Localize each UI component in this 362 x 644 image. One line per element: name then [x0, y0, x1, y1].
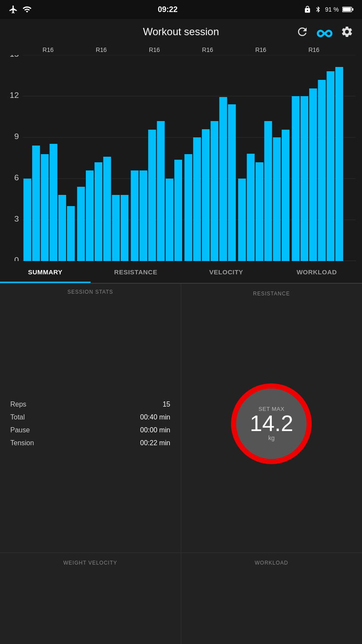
- status-time: 09:22: [158, 5, 178, 14]
- svg-rect-25: [58, 195, 66, 261]
- svg-rect-42: [210, 121, 218, 261]
- session-stats-content: Reps 15 Total 00:40 min Pause 00:00 min …: [0, 300, 181, 547]
- svg-rect-30: [103, 157, 111, 261]
- svg-rect-28: [86, 170, 94, 261]
- stat-reps-row: Reps 15: [10, 401, 170, 408]
- svg-rect-46: [247, 154, 255, 261]
- svg-rect-43: [219, 97, 227, 261]
- svg-text:12: 12: [10, 91, 19, 100]
- status-right: 91 %: [304, 6, 353, 13]
- svg-rect-34: [140, 170, 147, 261]
- chart-x-labels: R16 R16 R16 R16 R16 R16: [4, 45, 358, 55]
- svg-rect-21: [24, 179, 31, 261]
- stat-tension-label: Tension: [10, 439, 34, 447]
- svg-rect-44: [228, 104, 236, 261]
- svg-rect-56: [335, 67, 343, 261]
- svg-rect-29: [94, 162, 102, 261]
- stat-total-row: Total 00:40 min: [10, 413, 170, 421]
- status-left: [9, 5, 32, 14]
- svg-text:3: 3: [14, 215, 19, 223]
- bluetooth-icon: [315, 6, 322, 13]
- svg-text:0: 0: [14, 256, 19, 261]
- stat-pause-label: Pause: [10, 426, 30, 434]
- workload-gauge-container: SET MAX 117 kg: [188, 571, 356, 644]
- workload-cell: WORKLOAD SET MAX 117 kg: [181, 553, 362, 644]
- svg-rect-38: [174, 160, 182, 261]
- svg-rect-26: [67, 206, 75, 261]
- bar-chart: 0 3 6 9 12 15 0 3 6 9 12 15: [6, 55, 356, 261]
- infinity-icon[interactable]: [316, 25, 333, 38]
- stat-total-label: Total: [10, 413, 25, 421]
- chart-svg: 0 3 6 9 12 15 0 3 6 9 12 15: [6, 55, 356, 261]
- chart-area: R16 R16 R16 R16 R16 R16 0 3 6 9 12 15 0 …: [0, 45, 362, 261]
- stat-tension-value: 00:22 min: [140, 439, 170, 447]
- resistance-gauge-unit: kg: [268, 434, 275, 441]
- svg-rect-32: [121, 195, 128, 261]
- svg-rect-55: [327, 71, 335, 261]
- svg-rect-50: [282, 130, 289, 261]
- resistance-gauge-value: 14.2: [250, 412, 293, 434]
- status-bar: 09:22 91 %: [0, 0, 362, 19]
- svg-rect-33: [131, 170, 139, 261]
- main-content: SESSION STATS Reps 15 Total 00:40 min Pa…: [0, 283, 362, 644]
- svg-rect-1: [343, 8, 351, 11]
- airplane-icon: [9, 5, 18, 14]
- svg-rect-45: [238, 179, 246, 261]
- session-stats-title: SESSION STATS: [67, 289, 113, 295]
- svg-rect-40: [193, 137, 201, 261]
- resistance-gauge-container: SET MAX 14.2 kg: [188, 302, 356, 546]
- svg-rect-23: [41, 154, 49, 261]
- svg-rect-37: [166, 179, 173, 261]
- workload-title: WORKLOAD: [255, 560, 288, 566]
- svg-rect-48: [264, 121, 272, 261]
- tabs: SUMMARY RESISTANCE VELOCITY WORKLOAD: [0, 261, 362, 283]
- svg-text:15: 15: [10, 55, 19, 58]
- svg-rect-47: [256, 162, 263, 261]
- svg-text:6: 6: [14, 173, 19, 182]
- stat-tension-row: Tension 00:22 min: [10, 439, 170, 447]
- weight-velocity-gauge-container: SET MAX 9 kg/s: [7, 571, 174, 644]
- refresh-icon[interactable]: [296, 25, 309, 38]
- svg-rect-41: [202, 129, 210, 261]
- svg-rect-24: [49, 144, 57, 261]
- stat-reps-label: Reps: [10, 401, 26, 408]
- stat-reps-value: 15: [163, 401, 170, 408]
- svg-rect-52: [301, 96, 308, 261]
- svg-rect-35: [148, 130, 156, 261]
- resistance-gauge-inner: SET MAX 14.2 kg: [250, 406, 293, 441]
- svg-rect-39: [185, 154, 192, 261]
- session-stats-cell: SESSION STATS Reps 15 Total 00:40 min Pa…: [0, 284, 181, 553]
- weight-velocity-cell: WEIGHT VELOCITY SET MAX 9 kg/s: [0, 553, 181, 644]
- lock-icon: [304, 6, 311, 13]
- tab-resistance[interactable]: RESISTANCE: [91, 261, 181, 283]
- svg-rect-51: [292, 96, 299, 261]
- wifi-icon: [22, 5, 32, 14]
- resistance-title: RESISTANCE: [253, 291, 290, 297]
- svg-rect-36: [157, 121, 164, 261]
- svg-text:9: 9: [14, 132, 19, 141]
- svg-rect-22: [32, 146, 40, 261]
- resistance-gauge: SET MAX 14.2 kg: [228, 381, 314, 467]
- svg-rect-54: [318, 80, 325, 261]
- svg-rect-2: [352, 8, 353, 11]
- svg-rect-53: [309, 88, 317, 261]
- battery-icon: [342, 6, 353, 12]
- header-title: Workout session: [143, 26, 219, 38]
- stat-pause-row: Pause 00:00 min: [10, 426, 170, 434]
- battery-text: 91 %: [325, 6, 339, 13]
- settings-icon[interactable]: [341, 25, 353, 38]
- svg-rect-31: [112, 195, 120, 261]
- svg-rect-27: [77, 187, 85, 261]
- header-icons: [296, 25, 353, 38]
- resistance-cell: RESISTANCE SET MAX 14.2 kg: [181, 284, 362, 553]
- tab-workload[interactable]: WORKLOAD: [271, 261, 362, 283]
- weight-velocity-title: WEIGHT VELOCITY: [64, 560, 117, 566]
- tab-velocity[interactable]: VELOCITY: [181, 261, 272, 283]
- stat-total-value: 00:40 min: [140, 413, 170, 421]
- svg-rect-49: [273, 137, 281, 261]
- stat-pause-value: 00:00 min: [140, 426, 170, 434]
- tab-summary[interactable]: SUMMARY: [0, 261, 91, 283]
- header: Workout session: [0, 19, 362, 45]
- stats-grid: SESSION STATS Reps 15 Total 00:40 min Pa…: [0, 283, 362, 644]
